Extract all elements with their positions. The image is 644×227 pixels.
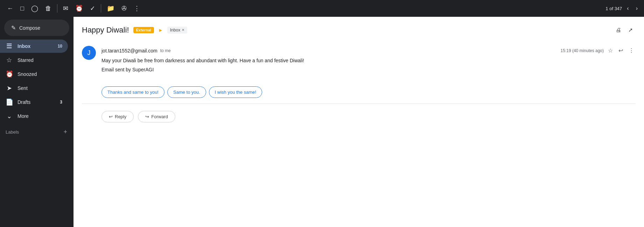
task-button[interactable]: ✓ — [87, 2, 98, 15]
email-subject: Happy Diwali! — [82, 26, 129, 35]
email-header: Happy Diwali! External ► Inbox ✕ 🖨 ➚ — [74, 17, 644, 40]
archive-button[interactable]: □ — [18, 2, 27, 15]
new-window-button[interactable]: ➚ — [625, 24, 636, 36]
body-line2: Email sent by SuperAGI — [102, 66, 636, 73]
top-toolbar: ← □ ◯ 🗑 ✉ ⏰ ✓ 📁 ✇ ⋮ 1 of 347 ‹ › — [0, 0, 644, 17]
sender-email: jot.taran1552@gmail.com — [102, 48, 158, 54]
email-message: J jot.taran1552@gmail.com to me 15:19 (4… — [74, 40, 644, 81]
compose-icon: ✎ — [11, 24, 16, 31]
prev-email-button[interactable]: ‹ — [625, 3, 631, 14]
inbox-tag-label: Inbox — [170, 28, 180, 33]
sidebar-item-snoozed[interactable]: ⏰ Snoozed — [0, 68, 68, 81]
compose-label: Compose — [19, 25, 40, 31]
compose-button[interactable]: ✎ Compose — [4, 20, 69, 36]
inbox-badge: 10 — [58, 44, 62, 49]
sent-label: Sent — [18, 85, 28, 91]
report-spam-button[interactable]: ◯ — [28, 2, 41, 15]
separator-2 — [101, 4, 101, 13]
drafts-icon: 📄 — [6, 98, 13, 106]
sidebar-item-more[interactable]: ⌄ More — [0, 109, 68, 123]
label-button[interactable]: ✇ — [119, 2, 130, 15]
inbox-tag: Inbox ✕ — [167, 27, 187, 34]
sidebar: ✎ Compose ☰ Inbox 10 ☆ Starred ⏰ Snoozed… — [0, 17, 74, 227]
main-layout: ✎ Compose ☰ Inbox 10 ☆ Starred ⏰ Snoozed… — [0, 17, 644, 227]
message-time-area: 15:19 (40 minutes ago) ☆ ↩ ⋮ — [561, 46, 636, 55]
avatar: J — [82, 46, 96, 60]
snooze-button[interactable]: ⏰ — [72, 2, 86, 15]
external-tag: External — [133, 27, 154, 33]
body-line1: May your Diwali be free from darkness an… — [102, 57, 636, 64]
action-buttons: ↩ Reply ↪ Forward — [74, 104, 644, 129]
back-button[interactable]: ← — [4, 2, 16, 15]
snoozed-label: Snoozed — [18, 71, 37, 77]
print-button[interactable]: 🖨 — [613, 24, 624, 36]
delete-button[interactable]: 🗑 — [42, 2, 54, 15]
next-email-button[interactable]: › — [634, 3, 640, 14]
quick-reply-1[interactable]: Same to you. — [167, 86, 206, 98]
inbox-icon: ☰ — [6, 42, 13, 50]
sender-row: jot.taran1552@gmail.com to me 15:19 (40 … — [102, 46, 636, 55]
email-header-actions: 🖨 ➚ — [613, 24, 636, 36]
forward-label: Forward — [151, 114, 168, 119]
drafts-label: Drafts — [18, 99, 30, 105]
sidebar-item-drafts[interactable]: 📄 Drafts 3 — [0, 95, 68, 109]
quick-reply-2[interactable]: I wish you the same! — [209, 86, 262, 98]
quick-replies: Thanks and same to you! Same to you. I w… — [74, 81, 644, 104]
sent-icon: ➤ — [6, 84, 13, 92]
separator-1 — [57, 4, 57, 13]
forward-button[interactable]: ↪ Forward — [138, 111, 175, 122]
message-time: 15:19 (40 minutes ago) — [561, 48, 604, 53]
add-label-button[interactable]: + — [63, 128, 68, 136]
email-content-area: Happy Diwali! External ► Inbox ✕ 🖨 ➚ J j… — [74, 17, 644, 227]
message-more-button[interactable]: ⋮ — [627, 46, 636, 55]
more-button[interactable]: ⋮ — [131, 2, 143, 15]
inbox-tag-close[interactable]: ✕ — [182, 28, 184, 32]
sender-to[interactable]: to me — [160, 48, 171, 53]
sidebar-item-sent[interactable]: ➤ Sent — [0, 81, 68, 95]
toolbar-right: 1 of 347 ‹ › — [606, 3, 640, 14]
reply-icon: ↩ — [109, 114, 113, 119]
move-button[interactable]: 📁 — [104, 2, 117, 15]
starred-label: Starred — [18, 57, 34, 63]
drafts-badge: 3 — [60, 100, 62, 105]
reply-message-button[interactable]: ↩ — [617, 46, 624, 55]
snoozed-icon: ⏰ — [6, 70, 13, 78]
reply-button[interactable]: ↩ Reply — [102, 111, 134, 122]
forward-icon: ↪ — [145, 114, 149, 119]
star-icon: ☆ — [6, 56, 13, 64]
sidebar-item-starred[interactable]: ☆ Starred — [0, 54, 68, 67]
message-body: jot.taran1552@gmail.com to me 15:19 (40 … — [102, 46, 636, 75]
quick-reply-0[interactable]: Thanks and same to you! — [102, 86, 164, 98]
reply-label: Reply — [115, 114, 126, 119]
mark-unread-button[interactable]: ✉ — [60, 2, 71, 15]
star-message-button[interactable]: ☆ — [607, 46, 614, 55]
tag-arrow-icon: ► — [158, 27, 163, 33]
labels-title: Labels — [6, 129, 19, 135]
more-nav-icon: ⌄ — [6, 112, 13, 120]
sidebar-item-inbox[interactable]: ☰ Inbox 10 — [0, 40, 68, 53]
pagination-text: 1 of 347 — [606, 6, 622, 11]
inbox-label: Inbox — [18, 43, 30, 49]
message-text: May your Diwali be free from darkness an… — [102, 57, 636, 74]
more-label: More — [18, 113, 29, 119]
labels-section: Labels + — [0, 125, 74, 139]
